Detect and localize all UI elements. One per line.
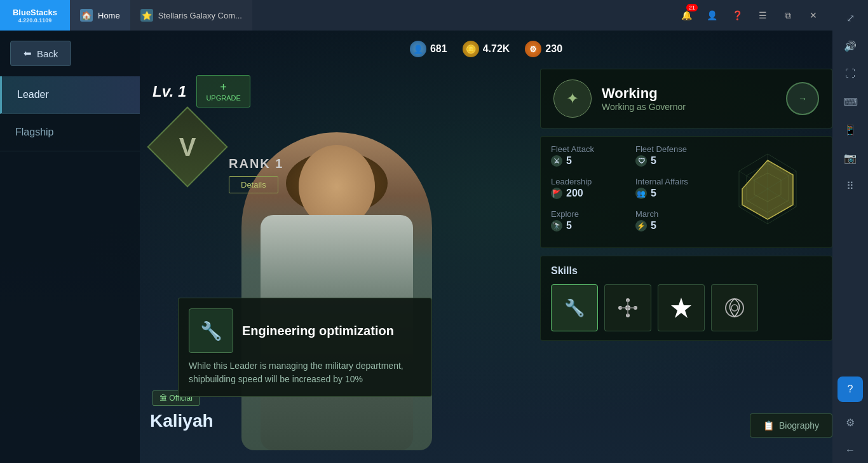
biography-icon: 📋 [763,420,774,431]
go-arrow-icon: → [798,93,807,104]
svg-point-18 [731,305,738,311]
nav-item-leader[interactable]: Leader [0,76,140,114]
personnel-icon: 👤 [410,41,426,57]
tab-game-label: Stellaris Galaxy Com... [158,11,242,20]
notification-badge: 21 [686,4,698,11]
menu-icon[interactable]: ☰ [754,6,771,24]
march-icon: ⚡ [635,220,647,232]
right-panel: ✦ Working Working as Governor → Fleet At… [540,69,832,450]
fleet-attack-label: Fleet Attack [551,144,635,154]
level-text: Lv. 1 [153,83,186,100]
leader-name-area: Working Working as Governor [602,85,776,112]
internal-affairs-label: Internal Affairs [635,177,720,186]
window-icon[interactable]: ⧉ [779,6,797,24]
user-icon[interactable]: 👤 [703,6,721,24]
stats-grid: Fleet Attack ⚔ 5 Leadership 🚩 200 [540,136,832,248]
keyboard-icon[interactable]: ⌨ [837,89,863,114]
stat-leadership: Leadership 🚩 200 [551,177,635,199]
stat-internal-affairs: Internal Affairs 👥 5 [635,177,720,199]
close-icon[interactable]: ✕ [804,6,822,24]
biography-button[interactable]: 📋 Biography [750,413,832,438]
skill-tooltip: 🔧 Engineering optimization While this Le… [178,298,432,397]
leader-header-card: ✦ Working Working as Governor → [540,69,832,128]
expand-icon[interactable]: ⤢ [837,5,863,31]
stat-march: March ⚡ 5 [635,209,720,232]
stat-explore: Explore 🔭 5 [551,209,635,232]
internal-affairs-value: 👥 5 [635,188,720,199]
volume-icon[interactable]: 🔊 [837,33,863,59]
skill-item-1[interactable] [604,284,651,331]
tooltip-skill-icon: 🔧 [189,308,233,353]
camera-icon[interactable]: 📷 [837,145,863,170]
resource-gold: 🪙 4.72K [463,41,510,57]
fleet-attack-icon: ⚔ [551,155,562,167]
leadership-label: Leadership [551,177,635,186]
resource-bar: 👤 681 🪙 4.72K ⚙ 230 [410,41,562,57]
gear-currency-icon: ⚙ [525,41,541,57]
tooltip-title: Engineering optimization [242,324,394,338]
tab-home-label: Home [98,11,120,20]
back-button[interactable]: ⬅ Back [10,41,71,66]
details-button[interactable]: Details [229,176,278,193]
emblem-star-icon: ✦ [566,90,579,107]
tab-game[interactable]: ⭐ Stellaris Galaxy Com... [130,0,252,31]
rank-v-icon: V [179,133,196,162]
fleet-defense-icon: 🛡 [635,155,647,167]
nav-leader-label: Leader [17,89,49,100]
fleet-defense-label: Fleet Defense [635,144,720,154]
tooltip-description: While this Leader is managing the milita… [189,359,421,386]
main-content: 👤 681 🪙 4.72K ⚙ 230 Lv. 1 + UPGRADE [140,31,832,463]
notifications-button[interactable]: 🔔 21 [677,6,695,24]
help-pill-icon[interactable]: ? [837,377,863,402]
stats-col-mid: Fleet Defense 🛡 5 Internal Affairs 👥 5 [635,144,720,240]
internal-affairs-icon: 👥 [635,188,647,199]
stat-fleet-attack: Fleet Attack ⚔ 5 [551,144,635,167]
help-icon[interactable]: ❓ [728,6,746,24]
gold-icon: 🪙 [463,41,479,57]
fleet-defense-value: 🛡 5 [635,155,720,167]
upgrade-plus-icon: + [220,81,227,94]
tooltip-icon-glyph: 🔧 [200,321,222,342]
bluestacks-topbar: BlueStacks 4.220.0.1109 🏠 Home ⭐ Stellar… [0,0,832,31]
skill-item-2[interactable] [658,284,705,331]
home-icon: 🏠 [80,9,93,22]
fullscreen-icon[interactable]: ⛶ [837,61,863,86]
skill-item-3[interactable] [711,284,758,331]
go-button[interactable]: → [786,82,819,115]
tab-home[interactable]: 🏠 Home [70,0,130,31]
phone-icon[interactable]: 📱 [837,117,863,142]
tooltip-header: 🔧 Engineering optimization [189,308,421,353]
rank-diamond-wrap: V [153,112,222,182]
svg-marker-16 [671,298,691,318]
nav-flagship-label: Flagship [15,127,53,137]
stats-col-radar [720,144,822,240]
character-name: Kaliyah [150,411,214,431]
game-icon: ⭐ [140,9,153,22]
leader-working-name: Working [602,85,776,102]
leadership-value: 🚩 200 [551,188,635,199]
personnel-value: 681 [430,43,447,55]
explore-icon: 🔭 [551,220,562,232]
level-bar: Lv. 1 + UPGRADE [153,75,250,107]
explore-label: Explore [551,209,635,219]
leadership-icon: 🚩 [551,188,562,199]
resource-personnel: 👤 681 [410,41,447,57]
fleet-attack-value: ⚔ 5 [551,155,635,167]
back-arrow: ⬅ [24,48,32,59]
march-value: ⚡ 5 [635,220,720,232]
settings-icon[interactable]: ⚙ [837,410,863,435]
upgrade-button[interactable]: + UPGRADE [196,75,250,107]
nav-item-flagship[interactable]: Flagship [0,114,140,151]
app-version: 4.220.0.1109 [18,17,52,24]
radar-chart [720,144,815,240]
leader-section: Lv. 1 + UPGRADE V RANK 1 Details [140,69,534,457]
game-area: ⬅ Back Leader Flagship 👤 681 🪙 4.72K ⚙ 2… [0,31,832,463]
leader-emblem: ✦ [553,79,592,118]
skill-item-0[interactable]: 🔧 [551,284,598,331]
back-arrow-icon[interactable]: ← [837,438,863,463]
upgrade-label: UPGRADE [206,94,240,102]
skills-row: 🔧 [551,284,822,331]
stats-col-left: Fleet Attack ⚔ 5 Leadership 🚩 200 [551,144,635,240]
apps-icon[interactable]: ⠿ [837,173,863,198]
rank-display: V RANK 1 Details [153,112,283,193]
